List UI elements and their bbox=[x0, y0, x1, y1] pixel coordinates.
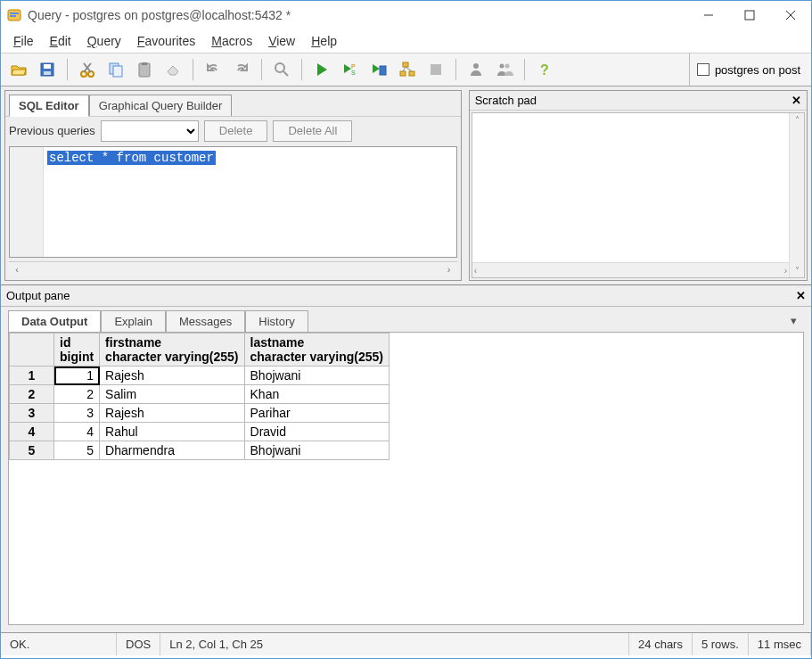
svg-point-32 bbox=[473, 63, 479, 69]
svg-marker-21 bbox=[344, 64, 351, 73]
table-row[interactable]: 11RajeshBhojwani bbox=[10, 367, 390, 385]
row-number: 4 bbox=[10, 423, 54, 441]
window-title: Query - postgres on postgres@localhost:5… bbox=[28, 8, 688, 22]
table-row[interactable]: 22SalimKhan bbox=[10, 385, 390, 404]
cell-lastname[interactable]: Bhojwani bbox=[244, 367, 389, 385]
svg-line-30 bbox=[406, 67, 412, 71]
menu-query[interactable]: Query bbox=[80, 32, 128, 50]
svg-line-29 bbox=[403, 67, 406, 71]
editor-hscrollbar[interactable]: ‹› bbox=[9, 261, 457, 276]
svg-rect-2 bbox=[10, 15, 16, 17]
help-icon[interactable]: ? bbox=[531, 56, 558, 83]
svg-text:?: ? bbox=[540, 62, 549, 78]
users-icon[interactable] bbox=[491, 56, 518, 83]
redo-icon[interactable] bbox=[228, 56, 255, 83]
copy-icon[interactable] bbox=[103, 56, 129, 83]
delete-all-button[interactable]: Delete All bbox=[273, 120, 352, 142]
grid-corner bbox=[10, 334, 54, 367]
cell-lastname[interactable]: Parihar bbox=[244, 404, 389, 423]
row-number: 5 bbox=[10, 441, 54, 460]
cell-firstname[interactable]: Salim bbox=[100, 385, 244, 404]
output-pane: Output pane ✕ Data Output Explain Messag… bbox=[1, 284, 811, 632]
cell-firstname[interactable]: Rajesh bbox=[100, 367, 244, 385]
editor-gutter bbox=[10, 147, 44, 257]
scratch-pad-close-icon[interactable]: ✕ bbox=[791, 94, 801, 107]
column-header-id[interactable]: idbigint bbox=[54, 334, 100, 367]
cell-lastname[interactable]: Dravid bbox=[244, 423, 389, 441]
cell-firstname[interactable]: Dharmendra bbox=[100, 441, 244, 460]
toolbar: PS ? postgres on post bbox=[1, 53, 811, 86]
clear-icon[interactable] bbox=[160, 56, 186, 83]
paste-icon[interactable] bbox=[131, 56, 158, 83]
editor-selected-text: select * from customer bbox=[47, 151, 216, 165]
cell-id[interactable]: 2 bbox=[54, 385, 100, 404]
minimize-button[interactable] bbox=[688, 1, 729, 29]
titlebar: Query - postgres on postgres@localhost:5… bbox=[1, 1, 811, 29]
execute-icon[interactable] bbox=[308, 56, 335, 83]
tab-graphical-query-builder[interactable]: Graphical Query Builder bbox=[89, 95, 233, 116]
data-grid[interactable]: idbigintfirstnamecharacter varying(255)l… bbox=[8, 332, 804, 625]
table-row[interactable]: 55DharmendraBhojwani bbox=[10, 441, 390, 460]
save-icon[interactable] bbox=[34, 56, 61, 83]
cell-id[interactable]: 5 bbox=[54, 441, 100, 460]
find-icon[interactable] bbox=[268, 56, 295, 83]
sql-editor[interactable]: select * from customer bbox=[9, 146, 457, 258]
maximize-button[interactable] bbox=[729, 1, 770, 29]
column-header-firstname[interactable]: firstnamecharacter varying(255) bbox=[100, 334, 244, 367]
user-icon[interactable] bbox=[463, 56, 489, 83]
cell-id[interactable]: 4 bbox=[54, 423, 100, 441]
execute-file-icon[interactable] bbox=[365, 56, 392, 83]
cell-id[interactable]: 3 bbox=[54, 404, 100, 423]
menu-file[interactable]: File bbox=[6, 32, 41, 50]
status-bar: OK. DOS Ln 2, Col 1, Ch 25 24 chars 5 ro… bbox=[1, 632, 811, 655]
connection-label: postgres on post bbox=[715, 63, 800, 77]
svg-rect-8 bbox=[44, 64, 51, 69]
connection-readout[interactable]: postgres on post bbox=[689, 54, 808, 86]
explain-icon[interactable] bbox=[394, 56, 421, 83]
table-row[interactable]: 33RajeshParihar bbox=[10, 404, 390, 423]
row-number: 3 bbox=[10, 404, 54, 423]
svg-rect-4 bbox=[745, 11, 754, 20]
tab-data-output[interactable]: Data Output bbox=[8, 310, 101, 332]
scratch-hscrollbar[interactable]: ‹› bbox=[472, 262, 789, 277]
tab-history[interactable]: History bbox=[245, 310, 308, 332]
menu-edit[interactable]: Edit bbox=[43, 32, 78, 50]
sql-editor-panel: SQL Editor Graphical Query Builder Previ… bbox=[4, 90, 462, 281]
cell-lastname[interactable]: Bhojwani bbox=[244, 441, 389, 460]
scratch-vscrollbar[interactable]: ˄˅ bbox=[789, 113, 804, 277]
previous-queries-dropdown[interactable] bbox=[101, 120, 199, 142]
cell-firstname[interactable]: Rajesh bbox=[100, 404, 244, 423]
status-ok: OK. bbox=[1, 633, 117, 655]
menu-favourites[interactable]: Favourites bbox=[130, 32, 202, 50]
delete-button[interactable]: Delete bbox=[204, 120, 268, 142]
editor-code-area[interactable]: select * from customer bbox=[44, 147, 456, 257]
scratch-pad-body[interactable]: ˄˅ ‹› bbox=[472, 112, 805, 278]
svg-point-34 bbox=[505, 64, 510, 69]
table-row[interactable]: 44RahulDravid bbox=[10, 423, 390, 441]
menu-macros[interactable]: Macros bbox=[204, 32, 259, 50]
stop-icon[interactable] bbox=[422, 56, 449, 83]
column-header-lastname[interactable]: lastnamecharacter varying(255) bbox=[244, 334, 389, 367]
cut-icon[interactable] bbox=[74, 56, 101, 83]
output-menu-chevron-icon[interactable]: ▾ bbox=[783, 310, 804, 332]
close-button[interactable] bbox=[770, 1, 811, 29]
cell-lastname[interactable]: Khan bbox=[244, 385, 389, 404]
undo-icon[interactable] bbox=[200, 56, 226, 83]
cell-id[interactable]: 1 bbox=[54, 367, 100, 385]
menu-help[interactable]: Help bbox=[304, 32, 344, 50]
work-area: SQL Editor Graphical Query Builder Previ… bbox=[1, 86, 811, 284]
tab-sql-editor[interactable]: SQL Editor bbox=[9, 95, 89, 117]
menu-view[interactable]: View bbox=[261, 32, 302, 50]
menubar: FileEditQueryFavouritesMacrosViewHelp bbox=[1, 29, 811, 53]
svg-text:P: P bbox=[351, 63, 356, 70]
open-icon[interactable] bbox=[5, 56, 32, 83]
svg-point-33 bbox=[500, 64, 504, 69]
output-pane-close-icon[interactable]: ✕ bbox=[796, 289, 806, 302]
connection-checkbox[interactable] bbox=[697, 63, 709, 76]
svg-rect-17 bbox=[142, 62, 147, 65]
cell-firstname[interactable]: Rahul bbox=[100, 423, 244, 441]
tab-messages[interactable]: Messages bbox=[166, 310, 245, 332]
output-pane-title: Output pane bbox=[6, 289, 70, 302]
tab-explain[interactable]: Explain bbox=[101, 310, 166, 332]
execute-pgscript-icon[interactable]: PS bbox=[337, 56, 364, 83]
